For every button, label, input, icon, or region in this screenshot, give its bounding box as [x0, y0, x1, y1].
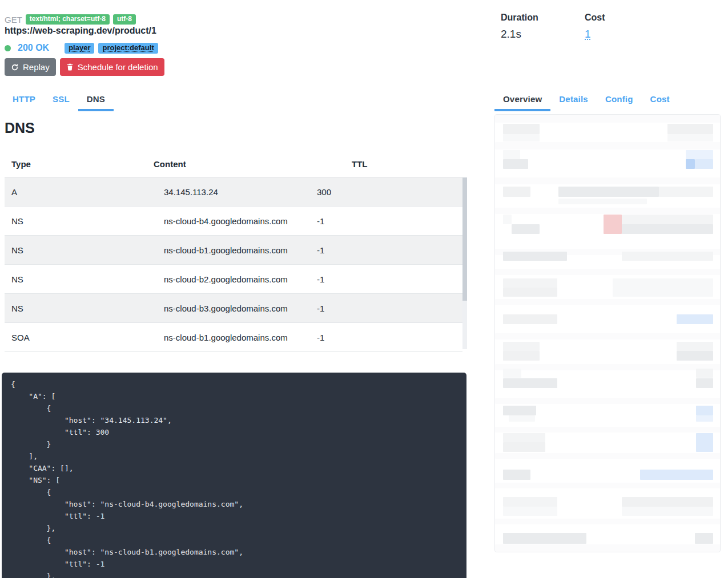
- dns-record-cell: 300: [317, 177, 462, 207]
- redacted-block: [622, 497, 713, 507]
- dns-record-cell: ns-cloud-b2.googledomains.com: [146, 265, 317, 294]
- redacted-block: [622, 252, 713, 261]
- redacted-block: [495, 519, 721, 524]
- redacted-block: [509, 415, 535, 422]
- redacted-block: [503, 134, 540, 142]
- redacted-block: [495, 269, 721, 275]
- encoding-badge: utf-8: [113, 14, 136, 25]
- redacted-block: [503, 314, 557, 324]
- tab-overview[interactable]: Overview: [494, 88, 550, 111]
- redacted-block: [503, 433, 545, 442]
- dns-table-body: A34.145.113.24300NSns-cloud-b4.googledom…: [5, 177, 462, 352]
- status-code: 200 OK: [18, 43, 49, 53]
- content-type-badge: text/html; charset=utf-8: [26, 14, 110, 25]
- redacted-block: [558, 187, 659, 197]
- redacted-block: [667, 134, 713, 142]
- redacted-block: [503, 187, 530, 197]
- tab-dns[interactable]: DNS: [78, 88, 114, 111]
- redacted-block: [696, 415, 713, 422]
- redacted-block: [640, 470, 713, 480]
- dns-record-cell: 34.145.113.24: [146, 177, 317, 207]
- redacted-block: [495, 333, 721, 339]
- redacted-block: [495, 453, 721, 459]
- redacted-block: [696, 378, 713, 388]
- column-header-content: Content: [146, 151, 317, 177]
- redacted-block: [495, 544, 721, 552]
- redacted-block: [495, 299, 721, 305]
- dns-table-wrap: TypeContentTTL A34.145.113.24300NSns-clo…: [5, 151, 462, 352]
- redacted-block: [503, 288, 557, 297]
- redacted-block: [495, 115, 721, 123]
- replay-button-label: Replay: [23, 62, 50, 72]
- dns-record-cell: -1: [317, 265, 462, 294]
- dns-record-row: NSns-cloud-b2.googledomains.com-1: [5, 265, 462, 294]
- cost-value-link[interactable]: 1: [585, 28, 591, 41]
- redacted-block: [677, 314, 713, 324]
- delete-button-label: Schedule for deletion: [78, 62, 158, 72]
- redacted-block: [503, 150, 520, 159]
- redacted-block: [495, 398, 721, 404]
- cost-metric: Cost 1: [585, 13, 605, 41]
- request-url: https://web-scraping.dev/product/1: [5, 26, 156, 36]
- dns-record-cell: -1: [317, 236, 462, 265]
- dns-record-cell: ns-cloud-b1.googledomains.com: [146, 236, 317, 265]
- redacted-block: [503, 215, 512, 224]
- dns-table-header-row: TypeContentTTL: [5, 151, 462, 177]
- redacted-block: [622, 224, 713, 234]
- tab-http[interactable]: HTTP: [4, 88, 44, 111]
- dns-record-cell: NS: [5, 294, 146, 323]
- redacted-block: [604, 215, 622, 234]
- redacted-block: [659, 187, 713, 197]
- page: { "request": { "method": "GET", "content…: [0, 0, 728, 578]
- request-tabs: HTTPSSLDNS: [4, 88, 114, 111]
- redacted-block: [696, 406, 713, 415]
- redacted-block: [503, 351, 540, 361]
- redacted-block: [503, 124, 540, 134]
- dns-record-cell: NS: [5, 265, 146, 294]
- redacted-block: [495, 427, 721, 433]
- request-method-row: GET text/html; charset=utf-8 utf-8: [5, 14, 136, 25]
- tab-ssl[interactable]: SSL: [44, 88, 78, 111]
- dns-record-cell: NS: [5, 236, 146, 265]
- redacted-block: [503, 497, 557, 507]
- status-row: 200 OK playerproject:default: [5, 42, 158, 54]
- tab-details[interactable]: Details: [550, 88, 597, 111]
- redacted-block: [495, 208, 721, 214]
- redacted-block: [503, 470, 530, 480]
- dns-record-cell: ns-cloud-b4.googledomains.com: [146, 207, 317, 236]
- redacted-block: [696, 433, 713, 452]
- overview-panel: [494, 114, 721, 552]
- replay-button[interactable]: Replay: [5, 58, 56, 76]
- redacted-block: [622, 215, 713, 224]
- status-success-dot-icon: [5, 45, 11, 51]
- duration-label: Duration: [501, 13, 538, 23]
- schedule-deletion-button[interactable]: Schedule for deletion: [60, 58, 164, 76]
- dns-record-row: NSns-cloud-b3.googledomains.com-1: [5, 294, 462, 323]
- tag-badge-project-default[interactable]: project:default: [98, 43, 158, 54]
- dns-record-cell: ns-cloud-b1.googledomains.com: [146, 323, 317, 352]
- redacted-block: [622, 507, 713, 516]
- tab-cost[interactable]: Cost: [642, 88, 678, 111]
- redacted-block: [495, 142, 721, 149]
- dns-record-row: SOAns-cloud-b1.googledomains.com-1: [5, 323, 462, 352]
- redacted-block: [503, 278, 557, 288]
- dns-record-cell: A: [5, 177, 146, 207]
- redacted-block: [503, 159, 528, 169]
- dns-record-row: A34.145.113.24300: [5, 177, 462, 207]
- dns-records-table: TypeContentTTL A34.145.113.24300NSns-clo…: [5, 151, 462, 352]
- redacted-block: [495, 483, 721, 488]
- dns-record-cell: SOA: [5, 323, 146, 352]
- dns-record-row: NSns-cloud-b4.googledomains.com-1: [5, 207, 462, 236]
- table-scrollbar-thumb[interactable]: [462, 177, 467, 301]
- redacted-block: [686, 150, 713, 159]
- redacted-block: [503, 533, 586, 544]
- http-method: GET: [5, 15, 22, 25]
- tab-config[interactable]: Config: [597, 88, 642, 111]
- tag-badge-player[interactable]: player: [65, 43, 94, 54]
- redacted-block: [695, 533, 713, 544]
- duration-value: 2.1s: [501, 28, 538, 41]
- column-header-ttl: TTL: [317, 151, 462, 177]
- tag-list: playerproject:default: [65, 43, 158, 54]
- dns-record-cell: NS: [5, 207, 146, 236]
- redacted-block: [503, 378, 557, 388]
